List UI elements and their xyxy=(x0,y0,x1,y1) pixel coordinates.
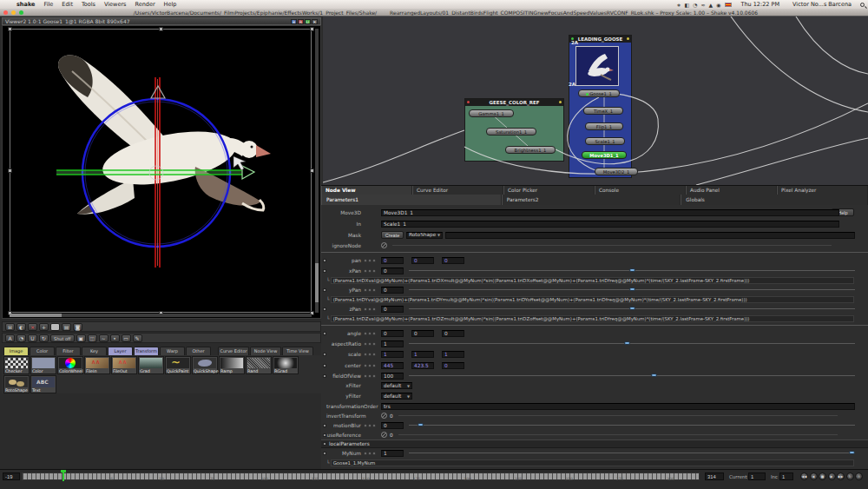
camera-icon[interactable]: ◙ xyxy=(73,323,82,331)
stop-icon[interactable]: ■ xyxy=(819,472,826,480)
mynum-slider[interactable] xyxy=(409,453,855,453)
keyframe-icon[interactable] xyxy=(368,332,372,335)
tool-quickpaint[interactable]: QuickPaint xyxy=(165,356,191,374)
paint-icon[interactable]: ✎ xyxy=(133,334,142,342)
tool-text[interactable]: Text xyxy=(30,375,56,393)
bg-color-swatch[interactable] xyxy=(50,323,60,331)
tool-filein[interactable]: FileIn xyxy=(84,356,110,374)
tab-globals[interactable]: Globals xyxy=(681,195,867,205)
font-icon[interactable]: A xyxy=(5,334,15,342)
keyframe-icon[interactable] xyxy=(364,269,367,273)
mynum-slider-thumb[interactable] xyxy=(849,451,855,454)
keyboard-icon[interactable]: ∗ xyxy=(677,2,681,8)
menu-item-edit[interactable]: Edit xyxy=(57,1,77,8)
keyframe-icon[interactable] xyxy=(372,332,376,335)
input-language-flag-icon[interactable] xyxy=(725,3,732,7)
angle-value-0[interactable]: 0 xyxy=(381,330,404,337)
menu-item-tools[interactable]: Tools xyxy=(77,1,100,8)
zpan-slider-thumb[interactable] xyxy=(629,307,635,310)
move3d-name-field[interactable]: Move3D1_1 xyxy=(381,209,839,216)
scale-value-2[interactable]: 1 xyxy=(442,351,464,358)
tool-tab-image[interactable]: Image xyxy=(3,347,29,355)
frame-icon[interactable]: ▣ xyxy=(76,334,86,342)
scale-value-0[interactable]: 1 xyxy=(381,351,404,358)
transformationorder-field[interactable]: trs xyxy=(381,403,855,410)
pan-value-2[interactable]: 0 xyxy=(442,257,464,264)
timeline-end-field[interactable] xyxy=(705,472,724,480)
tab-console[interactable]: Console xyxy=(595,186,685,195)
node-gamma1_1[interactable]: Gamma1_1 xyxy=(469,109,514,117)
xpan-slider[interactable] xyxy=(409,270,855,271)
keyframe-icon[interactable] xyxy=(364,353,367,356)
frame-handle[interactable] xyxy=(310,27,314,31)
channel-icon[interactable]: R xyxy=(298,19,304,24)
menu-item-render[interactable]: Render xyxy=(130,1,159,8)
time-machine-icon[interactable]: ◔ xyxy=(693,2,697,8)
tab-color-picker[interactable]: Color Picker xyxy=(503,186,594,195)
mask-create-button[interactable]: Create xyxy=(381,231,404,239)
aspectratio-value-field[interactable]: 1 xyxy=(381,340,404,347)
tab-parameters2[interactable]: Parameters2 xyxy=(502,195,681,205)
tab-pixel-analyzer[interactable]: Pixel Analyzer xyxy=(777,186,867,195)
node-flip1_1[interactable]: Flip1_1 xyxy=(585,122,623,130)
view-tab-time-view[interactable]: Time View xyxy=(282,347,313,355)
tool-tab-filter[interactable]: Filter xyxy=(56,347,81,355)
battery-icon[interactable]: ◉ xyxy=(716,2,720,8)
center-value-2[interactable]: 0 xyxy=(442,362,464,369)
keyframe-icon[interactable] xyxy=(364,374,367,378)
frame-handle[interactable] xyxy=(310,169,314,173)
ypan-slider-thumb[interactable] xyxy=(629,287,635,291)
tool-checker[interactable]: Checker xyxy=(3,356,30,374)
minimize-window-button[interactable] xyxy=(11,10,16,15)
view-tab-node-view[interactable]: Node View xyxy=(250,347,281,355)
timeline-ruler[interactable]: 255075100125150175200225250275300 xyxy=(22,472,700,480)
motionblur-value-field[interactable]: 0 xyxy=(381,422,404,429)
keyframe-icon[interactable] xyxy=(368,364,372,367)
mask-node-dropdown[interactable]: RotoShape▼ xyxy=(406,232,443,239)
zoom-icon[interactable]: ⊞ xyxy=(5,323,15,331)
node-scale1_1[interactable]: Scale1_1 xyxy=(585,137,625,145)
keyframe-icon[interactable] xyxy=(368,288,372,292)
play-reverse-icon[interactable]: ◀ xyxy=(810,472,818,480)
buffer-icon[interactable]: B xyxy=(291,19,297,24)
tool-rgrad[interactable]: RGrad xyxy=(273,356,299,374)
aspectratio-slider-thumb[interactable] xyxy=(624,341,630,345)
close-window-button[interactable] xyxy=(3,10,8,15)
keyframe-icon[interactable] xyxy=(364,259,367,262)
tool-rand[interactable]: Rand xyxy=(246,356,272,374)
mynum-value-field[interactable]: 1 xyxy=(381,450,404,457)
current-frame-field[interactable] xyxy=(748,472,766,480)
angle-value-2[interactable]: 0 xyxy=(442,330,464,337)
keyframe-icon[interactable] xyxy=(364,307,367,311)
menu-item-help[interactable]: Help xyxy=(160,1,181,8)
tool-tab-key[interactable]: Key xyxy=(82,347,107,355)
node-move3d1_1[interactable]: Move3D1_1 xyxy=(582,151,627,159)
xpan-expression-field[interactable]: (Params1.triDXval@@MyNum)+(Params1.triDX… xyxy=(331,277,854,284)
zpan-expression-field[interactable]: (Params1.triDZval@@MyNum)+(Params1.triDZ… xyxy=(331,315,854,322)
frame-handle[interactable] xyxy=(8,169,12,173)
keyframe-icon[interactable] xyxy=(372,452,376,455)
keyframe-icon[interactable] xyxy=(372,353,376,356)
aspectratio-slider[interactable] xyxy=(409,343,855,344)
led-icon[interactable]: • xyxy=(110,334,120,342)
aspect-icon[interactable]: ◫ xyxy=(88,334,97,342)
motionblur-slider-thumb[interactable] xyxy=(418,423,424,426)
scale-value-1[interactable]: 1 xyxy=(411,351,434,358)
keyframe-icon[interactable] xyxy=(372,424,376,427)
tool-tab-transform[interactable]: Transform xyxy=(134,347,159,355)
viewer-canvas[interactable] xyxy=(2,25,321,319)
tool-colorwheel[interactable]: ColorWheel xyxy=(57,356,83,374)
loop-icon[interactable]: ↻ xyxy=(846,472,854,480)
menu-item-viewers[interactable]: Viewers xyxy=(100,1,130,8)
keyframe-icon[interactable] xyxy=(364,452,367,455)
tool-tab-color[interactable]: Color xyxy=(30,347,55,355)
timeline-start-field[interactable] xyxy=(3,472,20,480)
keyframe-icon[interactable] xyxy=(368,374,372,378)
yfilter-dropdown[interactable]: default▼ xyxy=(381,393,412,400)
keyframe-icon[interactable] xyxy=(372,259,376,262)
viewer-horizontal-scrollbar[interactable] xyxy=(10,314,312,317)
keyframe-icon[interactable] xyxy=(364,364,367,367)
keyframe-icon[interactable] xyxy=(372,288,376,292)
tool-quickshape[interactable]: QuickShape xyxy=(192,356,218,374)
keyframe-icon[interactable] xyxy=(372,307,376,311)
